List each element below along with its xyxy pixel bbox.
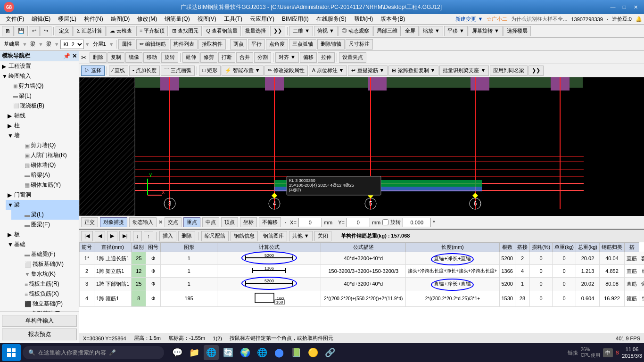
parallel-btn[interactable]: 平行 <box>248 39 265 49</box>
sidebar-item-beam-top[interactable]: ▬ 梁(L) <box>6 91 79 101</box>
close-button[interactable]: ✕ <box>631 2 640 12</box>
menu-view[interactable]: 视图(V) <box>194 14 220 24</box>
set-pivot-btn[interactable]: 设置夹点 <box>339 52 366 63</box>
sidebar-item-hidden-beam[interactable]: ▬ 暗梁(A) <box>11 170 79 180</box>
batch-id-support-btn[interactable]: 批量识别梁支座 ▼ <box>439 66 489 76</box>
snap-intersection-btn[interactable]: 交点 <box>165 217 182 227</box>
level-top-btn[interactable]: ≡ 平齐板顶 <box>136 26 168 36</box>
more-btn[interactable]: ❯❯ <box>270 26 285 36</box>
taskbar-app-refresh[interactable]: 🔄 <box>221 345 236 360</box>
sidebar-item-beam-group[interactable]: ▼ 梁 <box>6 200 79 210</box>
three-point-arc-btn2[interactable]: ⌒ 三点画弧 <box>161 66 195 76</box>
offset-btn[interactable]: 偏移 <box>300 52 317 63</box>
stretch-btn[interactable]: 拉伸 <box>318 52 335 63</box>
snap-midpoint-btn[interactable]: 中点 <box>202 217 219 227</box>
scale-rebar-btn[interactable]: 缩尺配筋 <box>201 231 229 241</box>
re-extract-btn[interactable]: ↩ 重提梁筋 ▼ <box>348 66 388 76</box>
start-button[interactable] <box>2 344 21 361</box>
table-row[interactable]: 4 1跨 箍筋1 8 Ф 195 510 <box>80 290 644 307</box>
sidebar-item-column[interactable]: ▶ 柱 <box>6 121 79 131</box>
other-btn[interactable]: 其他 ▼ <box>289 231 313 241</box>
menu-edit[interactable]: 编辑(E) <box>28 14 54 24</box>
nav-prev-btn[interactable]: ◀ <box>95 231 105 241</box>
sidebar-item-ring-beam[interactable]: ▬ 圈梁(E) <box>11 220 79 230</box>
snap-object-btn[interactable]: 对象捕捉 <box>100 217 127 227</box>
sidebar-item-masonry-rebar[interactable]: ▦ 砌体加筋(Y) <box>11 180 79 190</box>
rebar-library-btn[interactable]: 钢筋图库 <box>260 231 287 241</box>
local3d-btn[interactable]: 局部三维 <box>373 26 401 36</box>
delete-row-btn[interactable]: 删除 <box>178 231 195 241</box>
snap-dynamic-btn[interactable]: 动态输入 <box>129 217 157 227</box>
sidebar-item-civil-defense-wall[interactable]: ▣ 人防门框墙(R) <box>11 150 79 160</box>
delete-aux-btn[interactable]: 删除辅轴 <box>317 39 345 49</box>
trim-btn[interactable]: 修剪 <box>200 52 217 63</box>
point-angle-btn[interactable]: 点角度 <box>266 39 288 49</box>
delete-draw-btn[interactable]: 删除 <box>90 52 107 63</box>
redo-btn[interactable]: ↪ <box>41 26 51 36</box>
taskbar-app-yellow[interactable]: 🟡 <box>305 345 321 360</box>
x-input[interactable] <box>298 218 322 227</box>
sidebar-item-project-settings[interactable]: ▶ 工程设置 <box>0 61 79 71</box>
move-btn[interactable]: 移动 <box>143 52 160 63</box>
find-element-btn[interactable]: ⊞ 查找图元 <box>169 26 202 36</box>
sidebar-item-foundation-beam[interactable]: ▬ 基础梁(F) <box>11 249 79 259</box>
select-btn[interactable]: ▷ 选择 <box>81 66 105 76</box>
snap-ortho-btn[interactable]: 正交 <box>81 217 98 227</box>
sidebar-close-btn[interactable]: ✕ <box>72 53 77 59</box>
table-row[interactable]: 1* 1跨 上通长筋1 25 Ф 1 5200 <box>80 252 644 265</box>
sidebar-item-slab[interactable]: ▶ 板 <box>6 230 79 239</box>
undo-btn[interactable]: ↩ <box>29 26 40 36</box>
menu-element[interactable]: 构件(N) <box>80 14 107 24</box>
zoom-btn[interactable]: 缩放 ▼ <box>420 26 443 36</box>
new-file-btn[interactable]: 🖹 <box>2 26 14 36</box>
nav-last-btn[interactable]: ▶| <box>119 231 131 241</box>
fullscreen-btn[interactable]: 全屏 <box>402 26 419 36</box>
snap-vertex-btn[interactable]: 顶点 <box>221 217 238 227</box>
menu-tools[interactable]: 工具(T) <box>220 14 246 24</box>
sidebar-pin-btn[interactable]: 📌 <box>63 53 70 59</box>
three-point-arc-btn[interactable]: 三点弧轴 <box>289 39 316 49</box>
taskbar-app-chat[interactable]: 💬 <box>170 345 185 360</box>
nav-next-btn[interactable]: ▶ <box>107 231 117 241</box>
sidebar-item-draw-input[interactable]: ▼ 绘图输入 <box>0 71 79 81</box>
sidebar-item-raft-neg-rebar[interactable]: ≡ 筏板负筋(X) <box>11 289 79 299</box>
sidebar-item-isolated-foundation[interactable]: ⬛ 独立基础(P) <box>11 299 79 309</box>
menu-bim[interactable]: BIM应用(I) <box>278 14 313 24</box>
maximize-button[interactable]: □ <box>619 2 629 12</box>
cloud-check-btn[interactable]: ☁ 云检查 <box>107 26 135 36</box>
mirror-btn[interactable]: 镜像 <box>125 52 142 63</box>
edit-rebar-btn[interactable]: ✏ 编辑钢筋 <box>136 39 169 49</box>
element-list-btn[interactable]: 构件列表 <box>170 39 198 49</box>
menu-help[interactable]: 帮助(H) <box>350 14 377 24</box>
snap-midweight-btn[interactable]: 重点 <box>183 217 200 227</box>
minimize-button[interactable]: — <box>608 2 618 12</box>
sidebar-item-door-window[interactable]: ▶ 门窗洞 <box>6 190 79 200</box>
save-btn[interactable]: 💾 <box>15 26 28 36</box>
define-btn[interactable]: 定义 <box>56 26 73 36</box>
element-name-select[interactable]: KL-2 <box>60 40 84 49</box>
sidebar-item-raft-foundation[interactable]: ⬜ 筏板基础(M) <box>11 259 79 269</box>
lang-indicator[interactable]: 中 <box>603 348 613 357</box>
menu-cloud[interactable]: 云应用(Y) <box>246 14 278 24</box>
view-rebar-btn[interactable]: Q 查看钢筋量 <box>203 26 241 36</box>
snap-no-offset-btn[interactable]: 不偏移 <box>259 217 281 227</box>
sidebar-item-wall[interactable]: ▼ 墙 <box>6 131 79 140</box>
topview-btn[interactable]: 俯视 ▼ <box>314 26 338 36</box>
menu-version[interactable]: 版本号(B) <box>377 14 409 24</box>
break-btn[interactable]: 打断 <box>218 52 235 63</box>
dim-btn[interactable]: 尺寸标注 <box>346 39 373 49</box>
menu-draw[interactable]: 绘图(D) <box>107 14 134 24</box>
menu-floor[interactable]: 楼层(L) <box>54 14 80 24</box>
menu-rebar-qty[interactable]: 钢筋量(Q) <box>161 14 193 24</box>
line-btn[interactable]: ∕ 直线 <box>109 66 128 76</box>
canvas-area[interactable]: 3 4 5 6 KL 3 3000350 <box>79 77 644 216</box>
select-floor-btn[interactable]: 选择楼层 <box>504 26 531 36</box>
screen-rotate-btn[interactable]: 屏幕旋转 ▼ <box>469 26 503 36</box>
taskbar-app-browser3[interactable]: 🌐 <box>255 345 270 360</box>
close-panel-btn[interactable]: 关闭 <box>314 231 331 241</box>
table-row[interactable]: 2 1跨 架立筋1 12 Ф 1 1366 150-3200/3+3200+15… <box>80 265 644 278</box>
sidebar-item-shear-wall2[interactable]: ▣ 剪力墙(Q) <box>11 140 79 150</box>
rotate-input[interactable] <box>403 218 431 227</box>
taskbar-app-browser1[interactable]: 🌐 <box>204 345 219 360</box>
smart-layout-btn[interactable]: ⚡ 智能布置 ▼ <box>222 66 264 76</box>
